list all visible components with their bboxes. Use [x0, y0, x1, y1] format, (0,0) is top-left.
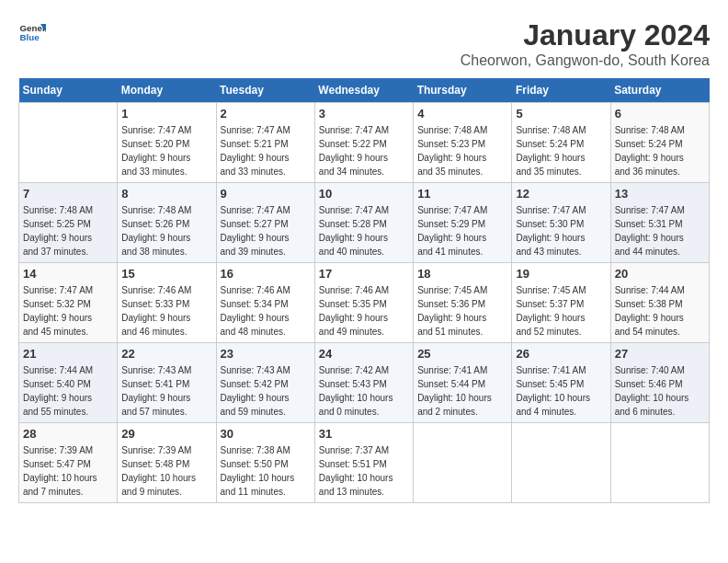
location-subtitle: Cheorwon, Gangwon-do, South Korea	[461, 52, 710, 69]
calendar-cell	[19, 103, 118, 183]
day-number: 15	[121, 267, 211, 281]
month-title: January 2024	[461, 18, 710, 52]
cell-info: Sunrise: 7:48 AMSunset: 5:25 PMDaylight:…	[23, 203, 113, 259]
cell-info: Sunrise: 7:47 AMSunset: 5:29 PMDaylight:…	[417, 203, 507, 259]
day-number: 12	[516, 187, 606, 201]
calendar-cell: 25Sunrise: 7:41 AMSunset: 5:44 PMDayligh…	[414, 343, 512, 423]
cell-info: Sunrise: 7:41 AMSunset: 5:45 PMDaylight:…	[516, 363, 606, 419]
week-row-2: 7Sunrise: 7:48 AMSunset: 5:25 PMDaylight…	[19, 183, 710, 263]
day-number: 24	[319, 347, 409, 361]
cell-info: Sunrise: 7:39 AMSunset: 5:48 PMDaylight:…	[121, 443, 211, 499]
cell-info: Sunrise: 7:47 AMSunset: 5:20 PMDaylight:…	[121, 123, 211, 178]
day-header-sunday: Sunday	[19, 78, 118, 103]
day-number: 30	[221, 427, 311, 441]
cell-info: Sunrise: 7:47 AMSunset: 5:21 PMDaylight:…	[221, 123, 311, 178]
cell-info: Sunrise: 7:47 AMSunset: 5:30 PMDaylight:…	[516, 203, 606, 259]
cell-info: Sunrise: 7:48 AMSunset: 5:26 PMDaylight:…	[121, 203, 211, 259]
cell-info: Sunrise: 7:37 AMSunset: 5:51 PMDaylight:…	[319, 443, 409, 499]
cell-info: Sunrise: 7:45 AMSunset: 5:36 PMDaylight:…	[417, 283, 507, 339]
header-row: SundayMondayTuesdayWednesdayThursdayFrid…	[19, 78, 710, 103]
calendar-cell: 26Sunrise: 7:41 AMSunset: 5:45 PMDayligh…	[512, 343, 610, 423]
cell-info: Sunrise: 7:46 AMSunset: 5:33 PMDaylight:…	[121, 283, 211, 339]
day-number: 17	[319, 267, 409, 281]
week-row-1: 1Sunrise: 7:47 AMSunset: 5:20 PMDaylight…	[19, 103, 710, 183]
cell-info: Sunrise: 7:46 AMSunset: 5:35 PMDaylight:…	[319, 283, 409, 339]
calendar-cell: 24Sunrise: 7:42 AMSunset: 5:43 PMDayligh…	[314, 343, 413, 423]
day-number: 27	[615, 347, 705, 361]
cell-info: Sunrise: 7:48 AMSunset: 5:24 PMDaylight:…	[516, 123, 606, 178]
cell-info: Sunrise: 7:46 AMSunset: 5:34 PMDaylight:…	[221, 283, 311, 339]
day-number: 26	[516, 347, 606, 361]
day-number: 28	[23, 427, 113, 441]
calendar-cell: 23Sunrise: 7:43 AMSunset: 5:42 PMDayligh…	[216, 343, 314, 423]
day-number: 5	[516, 107, 606, 121]
day-header-wednesday: Wednesday	[314, 78, 413, 103]
calendar-cell: 19Sunrise: 7:45 AMSunset: 5:37 PMDayligh…	[512, 263, 610, 343]
cell-info: Sunrise: 7:43 AMSunset: 5:42 PMDaylight:…	[221, 363, 311, 419]
cell-info: Sunrise: 7:39 AMSunset: 5:47 PMDaylight:…	[23, 443, 113, 499]
day-number: 4	[417, 107, 507, 121]
day-number: 19	[516, 267, 606, 281]
calendar-cell: 15Sunrise: 7:46 AMSunset: 5:33 PMDayligh…	[118, 263, 216, 343]
svg-text:Blue: Blue	[20, 32, 40, 42]
day-header-saturday: Saturday	[610, 78, 709, 103]
calendar-cell: 18Sunrise: 7:45 AMSunset: 5:36 PMDayligh…	[414, 263, 512, 343]
day-number: 1	[121, 107, 211, 121]
cell-info: Sunrise: 7:47 AMSunset: 5:22 PMDaylight:…	[319, 123, 409, 178]
cell-info: Sunrise: 7:43 AMSunset: 5:41 PMDaylight:…	[121, 363, 211, 419]
day-number: 20	[615, 267, 705, 281]
week-row-4: 21Sunrise: 7:44 AMSunset: 5:40 PMDayligh…	[19, 343, 710, 423]
day-number: 13	[615, 187, 705, 201]
calendar-cell: 16Sunrise: 7:46 AMSunset: 5:34 PMDayligh…	[216, 263, 314, 343]
cell-info: Sunrise: 7:45 AMSunset: 5:37 PMDaylight:…	[516, 283, 606, 339]
calendar-cell: 6Sunrise: 7:48 AMSunset: 5:24 PMDaylight…	[610, 103, 709, 183]
day-header-tuesday: Tuesday	[216, 78, 314, 103]
cell-info: Sunrise: 7:40 AMSunset: 5:46 PMDaylight:…	[615, 363, 705, 419]
day-header-monday: Monday	[118, 78, 216, 103]
calendar-cell: 17Sunrise: 7:46 AMSunset: 5:35 PMDayligh…	[314, 263, 413, 343]
logo-icon: General Blue	[18, 18, 46, 46]
calendar-cell: 1Sunrise: 7:47 AMSunset: 5:20 PMDaylight…	[118, 103, 216, 183]
day-number: 6	[615, 107, 705, 121]
week-row-5: 28Sunrise: 7:39 AMSunset: 5:47 PMDayligh…	[19, 423, 710, 503]
logo: General Blue	[18, 18, 46, 46]
day-number: 16	[221, 267, 311, 281]
cell-info: Sunrise: 7:38 AMSunset: 5:50 PMDaylight:…	[221, 443, 311, 499]
calendar-cell	[414, 423, 512, 503]
calendar-cell	[610, 423, 709, 503]
day-number: 11	[417, 187, 507, 201]
calendar-cell: 22Sunrise: 7:43 AMSunset: 5:41 PMDayligh…	[118, 343, 216, 423]
day-number: 10	[319, 187, 409, 201]
day-header-friday: Friday	[512, 78, 610, 103]
cell-info: Sunrise: 7:42 AMSunset: 5:43 PMDaylight:…	[319, 363, 409, 419]
cell-info: Sunrise: 7:41 AMSunset: 5:44 PMDaylight:…	[417, 363, 507, 419]
cell-info: Sunrise: 7:47 AMSunset: 5:27 PMDaylight:…	[221, 203, 311, 259]
calendar-cell: 14Sunrise: 7:47 AMSunset: 5:32 PMDayligh…	[19, 263, 118, 343]
calendar-cell: 28Sunrise: 7:39 AMSunset: 5:47 PMDayligh…	[19, 423, 118, 503]
calendar-cell: 27Sunrise: 7:40 AMSunset: 5:46 PMDayligh…	[610, 343, 709, 423]
calendar-table: SundayMondayTuesdayWednesdayThursdayFrid…	[18, 78, 710, 503]
calendar-cell: 20Sunrise: 7:44 AMSunset: 5:38 PMDayligh…	[610, 263, 709, 343]
day-number: 22	[121, 347, 211, 361]
calendar-cell: 3Sunrise: 7:47 AMSunset: 5:22 PMDaylight…	[314, 103, 413, 183]
cell-info: Sunrise: 7:44 AMSunset: 5:40 PMDaylight:…	[23, 363, 113, 419]
day-number: 21	[23, 347, 113, 361]
page-header: General Blue January 2024 Cheorwon, Gang…	[18, 18, 710, 69]
title-block: January 2024 Cheorwon, Gangwon-do, South…	[461, 18, 710, 69]
calendar-cell: 7Sunrise: 7:48 AMSunset: 5:25 PMDaylight…	[19, 183, 118, 263]
calendar-cell: 11Sunrise: 7:47 AMSunset: 5:29 PMDayligh…	[414, 183, 512, 263]
day-number: 2	[221, 107, 311, 121]
calendar-cell: 31Sunrise: 7:37 AMSunset: 5:51 PMDayligh…	[314, 423, 413, 503]
day-number: 8	[121, 187, 211, 201]
cell-info: Sunrise: 7:48 AMSunset: 5:23 PMDaylight:…	[417, 123, 507, 178]
day-number: 31	[319, 427, 409, 441]
day-number: 9	[221, 187, 311, 201]
calendar-cell: 30Sunrise: 7:38 AMSunset: 5:50 PMDayligh…	[216, 423, 314, 503]
day-number: 25	[417, 347, 507, 361]
calendar-cell: 12Sunrise: 7:47 AMSunset: 5:30 PMDayligh…	[512, 183, 610, 263]
day-number: 23	[221, 347, 311, 361]
calendar-cell: 10Sunrise: 7:47 AMSunset: 5:28 PMDayligh…	[314, 183, 413, 263]
calendar-cell: 13Sunrise: 7:47 AMSunset: 5:31 PMDayligh…	[610, 183, 709, 263]
calendar-cell	[512, 423, 610, 503]
cell-info: Sunrise: 7:47 AMSunset: 5:31 PMDaylight:…	[615, 203, 705, 259]
